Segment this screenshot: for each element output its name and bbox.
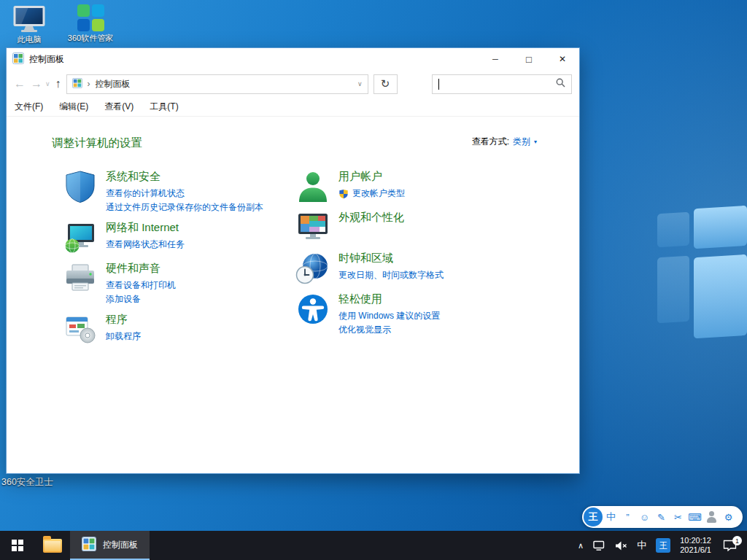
punctuation-icon[interactable]: ” [619,512,636,523]
account-icon[interactable] [703,510,720,524]
taskbar: 控制面板 ∧ 中 王 10:20:12 2021/6/1 1 [0,531,747,560]
accessibility-icon[interactable] [295,292,330,327]
category-programs: 程序 卸载程序 [63,312,285,347]
category-clock-region: 时钟和区域 更改日期、时间或数字格式 [295,251,540,286]
link-change-account-type[interactable]: 更改帐户类型 [338,187,405,201]
link-suggested-settings[interactable]: 使用 Windows 建议的设置 [338,309,440,323]
menu-tools[interactable]: 工具(T) [150,101,178,113]
programs-icon[interactable] [63,312,98,347]
view-by-value[interactable]: 类别 [513,136,530,148]
ime-toolbar: 王 中 ” ☺ ✎ ✂ ⌨ ⚙ [582,506,743,528]
category-title-user-accounts[interactable]: 用户帐户 [338,170,405,183]
category-system-security: 系统和安全 查看你的计算机状态 通过文件历史记录保存你的文件备份副本 [63,169,285,214]
category-column-right: 用户帐户 更改帐户类型 [295,169,540,343]
link-optimize-visual-display[interactable]: 优化视觉显示 [338,323,440,337]
desktop-icon-label: 360软件管家 [61,34,120,43]
category-title-system-security[interactable]: 系统和安全 [106,170,263,183]
category-user-accounts: 用户帐户 更改帐户类型 [295,169,540,204]
category-hardware-sound: 硬件和声音 查看设备和打印机 添加设备 [63,261,285,306]
printer-icon[interactable] [63,261,98,296]
view-by-chevron-icon[interactable]: ▾ [534,139,537,145]
link-add-device[interactable]: 添加设备 [106,292,176,306]
link-uninstall-program[interactable]: 卸载程序 [106,330,141,343]
shield-icon[interactable] [63,169,98,204]
breadcrumb-location[interactable]: 控制面板 [96,78,131,90]
menu-view[interactable]: 查看(V) [104,101,133,113]
close-button[interactable]: ✕ [546,48,579,70]
clock-time: 10:20:12 [680,536,711,545]
maximize-button[interactable]: □ [512,48,546,70]
network-icon[interactable] [593,540,605,551]
notification-badge: 1 [732,536,742,545]
folder-icon [43,539,62,553]
control-panel-icon [72,78,82,90]
category-appearance-personalization: 外观和个性化 [295,210,540,245]
category-title-clock-region[interactable]: 时钟和区域 [338,252,444,265]
file-explorer-button[interactable] [35,531,70,560]
category-title-programs[interactable]: 程序 [106,313,141,326]
link-review-computer-status[interactable]: 查看你的计算机状态 [106,187,263,201]
category-title-hardware-sound[interactable]: 硬件和声音 [106,262,176,275]
recent-pages-chevron-icon[interactable]: ∨ [45,80,50,88]
menu-file[interactable]: 文件(F) [15,101,43,113]
category-title-ease-of-access[interactable]: 轻松使用 [338,292,440,306]
link-file-history-backup[interactable]: 通过文件历史记录保存你的文件备份副本 [106,201,263,214]
back-button[interactable]: ← [14,78,26,90]
menu-edit[interactable]: 编辑(E) [59,101,88,113]
link-change-date-time-format[interactable]: 更改日期、时间或数字格式 [338,268,444,282]
titlebar[interactable]: 控制面板 ─ □ ✕ [7,48,579,70]
link-view-network-status[interactable]: 查看网络状态和任务 [106,238,185,252]
category-column-left: 系统和安全 查看你的计算机状态 通过文件历史记录保存你的文件备份副本 [63,169,285,353]
show-hidden-icons-chevron[interactable]: ∧ [578,541,584,551]
navigation-toolbar: ← → ∨ ↑ › 控制面板 ∨ ↻ [7,70,579,98]
chinese-mode-icon[interactable]: 中 [603,510,619,524]
windows-logo-icon [12,540,23,551]
logo-pane [657,256,689,324]
breadcrumb[interactable]: › 控制面板 ∨ [66,74,368,94]
link-view-devices-printers[interactable]: 查看设备和打印机 [106,279,176,292]
screenshot-icon[interactable]: ✂ [670,512,686,523]
network-monitor-icon[interactable] [63,220,98,255]
minimize-button[interactable]: ─ [479,48,512,70]
breadcrumb-chevron-icon[interactable]: ∨ [357,80,363,88]
forward-button[interactable]: → [31,78,42,90]
action-center-button[interactable]: 1 [721,537,738,553]
category-title-appearance[interactable]: 外观和个性化 [338,211,404,224]
taskbar-app-control-panel[interactable]: 控制面板 [70,531,150,560]
pinwheel-app-icon [61,3,120,32]
ime-logo-icon[interactable]: 王 [584,508,603,526]
emoji-icon[interactable]: ☺ [636,512,653,523]
control-panel-window: 控制面板 ─ □ ✕ ← → ∨ ↑ › 控制面板 ∨ ↻ [6,47,580,474]
clock-globe-icon[interactable] [295,251,330,286]
up-button[interactable]: ↑ [55,78,61,90]
search-icon[interactable] [556,77,565,90]
content-area: 调整计算机的设置 查看方式: 类别 ▾ [7,117,579,473]
handwriting-icon[interactable]: ✎ [653,512,670,523]
soft-keyboard-icon[interactable]: ⌨ [686,512,703,523]
category-ease-of-access: 轻松使用 使用 Windows 建议的设置 优化视觉显示 [295,292,540,337]
view-by-control: 查看方式: 类别 ▾ [472,136,537,148]
search-box[interactable] [432,74,572,94]
volume-muted-icon[interactable] [615,541,627,551]
ime-tray-icon[interactable]: 王 [656,538,670,553]
desktop-icon-360-label[interactable]: 360安全卫士 [1,476,53,489]
page-title: 调整计算机的设置 [52,136,142,151]
desktop-icon-this-pc[interactable]: 此电脑 [0,4,58,44]
desktop-icon-app[interactable]: 360软件管家 [61,3,120,43]
desktop-icon-label: 此电脑 [0,35,58,44]
toolbox-icon[interactable]: ⚙ [720,512,737,523]
window-title: 控制面板 [29,53,64,66]
view-by-label: 查看方式: [472,136,509,148]
personalization-monitor-icon[interactable] [295,210,330,245]
category-title-network-internet[interactable]: 网络和 Internet [106,221,185,234]
input-language-indicator[interactable]: 中 [637,539,646,552]
search-input[interactable] [439,75,556,93]
logo-pane [694,206,747,249]
start-button[interactable] [0,531,35,560]
clock[interactable]: 10:20:12 2021/6/1 [680,536,711,555]
user-icon[interactable] [295,169,330,204]
clock-date: 2021/6/1 [680,545,711,555]
menu-bar: 文件(F) 编辑(E) 查看(V) 工具(T) [7,98,579,117]
control-panel-icon [12,52,24,66]
refresh-button[interactable]: ↻ [374,74,398,94]
